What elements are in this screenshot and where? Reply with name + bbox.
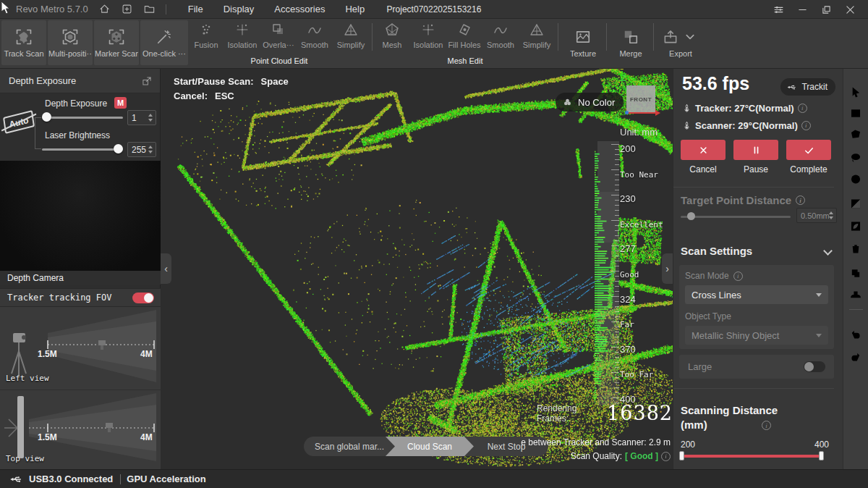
fov-top-view: 1.5M 4M Top view <box>0 390 161 469</box>
home-icon[interactable] <box>98 3 111 15</box>
cancel-x-icon <box>698 145 709 156</box>
polygon-select-icon[interactable] <box>849 127 863 141</box>
toolbar-multi-position-button[interactable]: Multi-positi··· <box>48 20 93 65</box>
toolbar-isolation-button[interactable]: Isolation <box>410 22 446 49</box>
pause-button[interactable] <box>733 140 778 160</box>
stage-scan-global-mar-[interactable]: Scan global mar... <box>304 437 395 456</box>
undo-icon[interactable] <box>849 327 863 341</box>
rendering-frames: Rendering Frames: 16382 <box>537 402 673 424</box>
info-icon[interactable] <box>661 452 671 461</box>
multi-position-icon <box>61 28 80 46</box>
invert-select-icon[interactable] <box>849 197 863 211</box>
scale-label-far: Far <box>620 319 634 329</box>
redo-icon[interactable] <box>849 350 863 363</box>
minimize-icon[interactable] <box>796 4 809 16</box>
cancel-button[interactable] <box>681 140 726 160</box>
sphere-select-icon[interactable] <box>849 172 863 186</box>
toolbar-export-button[interactable]: Export <box>657 20 705 65</box>
toolbar-one-click-button[interactable]: One-click ··· <box>140 20 188 65</box>
isolation-icon <box>420 22 436 38</box>
collapse-left-panel-tab[interactable]: ‹ <box>161 253 171 284</box>
toolbar-isolation-button[interactable]: Isolation <box>224 22 260 49</box>
toolbar-smooth-button[interactable]: Smooth <box>482 22 519 49</box>
temperature-text: Tracker: 27°C(Normal) <box>695 103 794 114</box>
fov-left-view: 1.5M 4M Left view <box>0 307 161 390</box>
toolbar-fusion-button[interactable]: Fusion <box>188 22 224 49</box>
info-icon[interactable] <box>796 195 805 205</box>
scan-mode-select[interactable]: Cross Lines <box>685 285 828 304</box>
target-point-distance-spinbox[interactable] <box>796 208 837 223</box>
toolbar-fill-holes-button[interactable]: Fill Holes <box>446 22 482 49</box>
manual-mode-badge[interactable]: M <box>114 97 127 109</box>
complete-button[interactable] <box>786 140 831 160</box>
no-color-button[interactable]: No Color <box>556 93 624 112</box>
navigation-cube[interactable]: FRONT Z <box>626 85 655 113</box>
layout-settings-icon[interactable] <box>773 4 785 16</box>
depth-camera-preview[interactable] <box>0 161 161 271</box>
close-icon[interactable] <box>844 4 856 16</box>
large-label: Large <box>688 361 712 372</box>
stepper-arrows[interactable] <box>829 211 833 219</box>
delete-icon[interactable] <box>849 242 863 256</box>
restore-icon[interactable] <box>820 4 833 16</box>
depth-exposure-spinbox[interactable] <box>127 110 156 125</box>
info-icon[interactable] <box>801 121 811 130</box>
stepper-arrows[interactable] <box>148 146 153 153</box>
toolbar-merge-button[interactable]: Merge <box>610 20 652 65</box>
object-type-select[interactable]: Metallic Shiny Object <box>685 326 828 345</box>
chevron-down-icon[interactable] <box>823 246 833 256</box>
toolbar-overla--button[interactable]: Overla··· <box>260 22 297 49</box>
info-icon[interactable] <box>798 104 807 113</box>
nav-cube-x-arrow <box>655 110 660 116</box>
collapse-right-panel-tab[interactable]: › <box>662 253 673 284</box>
scale-label-good: Good <box>620 269 639 279</box>
laser-brightness-spinbox[interactable] <box>127 142 156 157</box>
open-project-icon[interactable] <box>143 3 156 15</box>
titlebar-divider <box>166 4 166 14</box>
stage-cloud-scan[interactable]: Cloud Scan <box>386 437 474 456</box>
export-icon <box>662 28 679 46</box>
rect-select-icon[interactable] <box>849 106 863 120</box>
depth-exposure-value[interactable] <box>128 113 148 123</box>
fov-far-label: 4M <box>140 349 153 359</box>
laser-brightness-value[interactable] <box>128 145 148 155</box>
info-icon[interactable] <box>762 421 771 430</box>
depth-exposure-slider[interactable] <box>42 112 123 122</box>
lasso-select-icon[interactable] <box>849 151 863 164</box>
menu-file[interactable]: File <box>178 4 213 14</box>
toolbar-simplify-button[interactable]: Simplify <box>519 22 555 49</box>
trackit-button[interactable]: Trackit <box>780 78 835 96</box>
laser-brightness-slider[interactable] <box>42 144 123 154</box>
range-handle-max[interactable] <box>819 451 824 460</box>
duplicate-icon[interactable] <box>849 266 863 280</box>
mesh-icon <box>384 22 400 38</box>
toolbar-track-scan-button[interactable]: Track Scan <box>1 20 46 65</box>
select-arrow-icon[interactable] <box>849 85 863 99</box>
toolbar-texture-button[interactable]: Texture <box>561 20 605 65</box>
new-project-icon[interactable] <box>121 3 133 15</box>
toolbar-separator <box>653 23 654 51</box>
target-point-distance-value[interactable] <box>797 211 829 220</box>
undock-icon[interactable] <box>141 75 153 87</box>
toolbar-smooth-button[interactable]: Smooth <box>297 22 333 49</box>
target-point-distance-slider[interactable] <box>681 211 791 222</box>
menu-accessories[interactable]: Accessories <box>264 4 335 14</box>
toolbar-marker-scan-button[interactable]: Marker Scan <box>94 20 139 65</box>
right-panel: 53.6 fps Trackit Tracker: 27°C(Normal)Sc… <box>673 69 843 469</box>
toolbar-mesh-button[interactable]: Mesh <box>374 22 410 49</box>
thermometer-icon <box>682 102 692 114</box>
scale-label-too-far: Too Far <box>620 369 653 379</box>
menu-help[interactable]: Help <box>335 4 375 14</box>
toolbar-simplify-button[interactable]: Simplify <box>333 22 369 49</box>
scanning-distance-range-slider[interactable] <box>681 455 824 458</box>
menu-display[interactable]: Display <box>213 4 265 14</box>
range-handle-min[interactable] <box>679 451 684 460</box>
brush-select-icon[interactable] <box>849 219 863 233</box>
color-mode-icon <box>561 96 574 109</box>
large-toggle[interactable] <box>804 361 825 372</box>
stepper-arrows[interactable] <box>148 114 153 122</box>
tracker-fov-toggle[interactable] <box>132 293 154 303</box>
info-icon[interactable] <box>733 272 743 281</box>
auto-button[interactable]: Auto <box>3 110 35 134</box>
stamp-icon[interactable] <box>849 290 863 303</box>
